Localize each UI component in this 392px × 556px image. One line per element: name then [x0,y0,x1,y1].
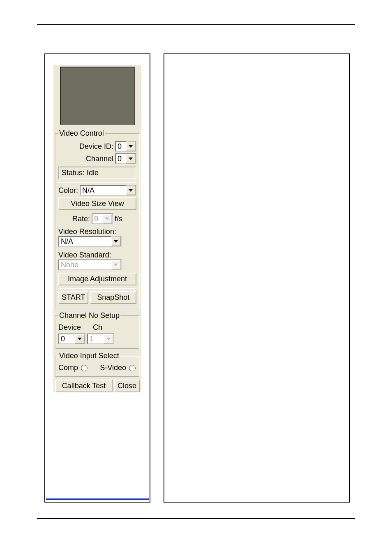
page-bottom-rule [37,518,355,519]
video-resolution-label: Video Resolution: [58,227,136,236]
rate-unit: f/s [115,215,122,223]
chevron-down-icon [104,334,113,344]
close-button[interactable]: Close [114,380,140,392]
video-standard-value: None [59,261,111,269]
device-header: Device [58,323,91,332]
rate-value: 0 [92,215,102,223]
right-column [164,53,350,503]
video-resolution-combo[interactable]: N/A [58,236,122,247]
status-text: Status: Idle [58,167,136,179]
channel-no-setup-legend: Channel No Setup [58,311,120,320]
bottom-accent-bar [46,498,149,500]
svg-marker-7 [106,338,111,340]
video-size-view-button[interactable]: Video Size View [58,197,136,210]
svg-marker-5 [114,264,118,266]
chevron-down-icon [111,236,121,246]
image-adjustment-button[interactable]: Image Adjustment [58,273,136,285]
chevron-down-icon [126,185,136,195]
chevron-down-icon [75,334,85,344]
chevron-down-icon [111,260,121,270]
svideo-radio[interactable] [129,365,136,371]
color-value: N/A [81,186,126,195]
video-preview-area [60,67,135,125]
video-standard-combo[interactable]: None [58,259,122,270]
channel-combo[interactable]: 0 [115,153,136,164]
device-id-value: 0 [116,142,126,151]
svg-marker-0 [129,145,133,148]
video-resolution-value: N/A [59,237,111,246]
channel-value: 0 [116,155,126,163]
chevron-down-icon [126,154,136,164]
svg-marker-2 [129,189,133,192]
comp-radio-label: Comp [58,364,78,372]
video-standard-label: Video Standard: [58,251,136,259]
control-panel: Video Control Device ID: 0 Channel 0 [53,65,141,392]
video-input-select-legend: Video Input Select [58,352,120,360]
svg-marker-3 [105,218,109,220]
svg-marker-4 [114,240,118,243]
device-setup-value: 0 [59,335,75,343]
start-button[interactable]: START [58,291,88,304]
chevron-down-icon [102,214,112,224]
separator [58,182,136,183]
rate-label: Rate: [72,215,90,223]
video-control-legend: Video Control [58,129,105,138]
two-column-layout: Video Control Device ID: 0 Channel 0 [44,53,350,503]
svideo-radio-label: S-Video [100,364,126,372]
channel-no-setup-group: Channel No Setup Device Ch 0 1 [55,311,140,349]
color-label: Color: [58,186,78,195]
channel-label: Channel [86,155,113,163]
page-top-rule [37,24,355,25]
snapshot-button[interactable]: SnapShot [90,291,136,304]
svg-marker-1 [129,158,133,160]
chevron-down-icon [126,141,136,151]
video-input-select-group: Video Input Select Comp S-Video [55,352,140,377]
ch-header: Ch [93,323,102,332]
comp-radio[interactable] [81,365,88,371]
video-control-group: Video Control Device ID: 0 Channel 0 [55,129,140,309]
color-combo[interactable]: N/A [80,185,136,196]
device-setup-combo[interactable]: 0 [58,334,85,344]
device-id-label: Device ID: [79,142,113,151]
left-column: Video Control Device ID: 0 Channel 0 [44,53,150,503]
rate-combo[interactable]: 0 [92,213,113,224]
ch-setup-value: 1 [88,335,104,343]
ch-setup-combo[interactable]: 1 [87,334,114,344]
svg-marker-6 [78,338,82,340]
separator [58,288,136,289]
callback-test-button[interactable]: Callback Test [55,380,113,392]
device-id-combo[interactable]: 0 [115,141,136,152]
